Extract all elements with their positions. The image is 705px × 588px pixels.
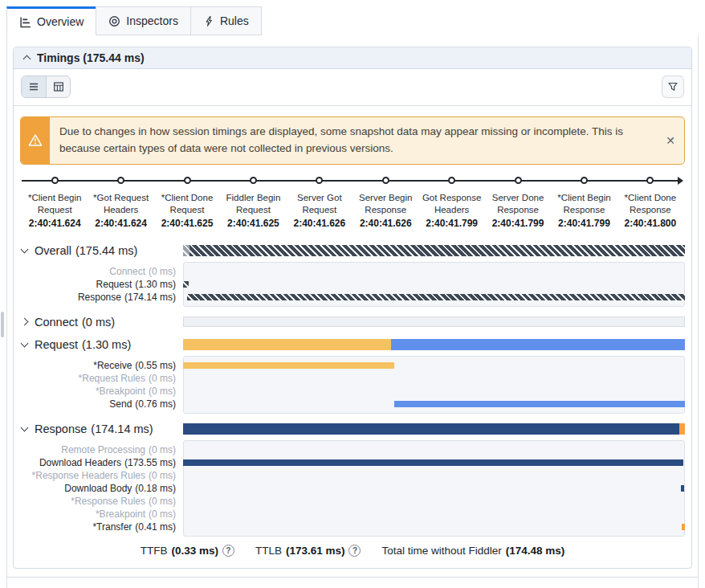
milestone-label: Server Begin Response2:40:41.626	[352, 192, 418, 229]
timing-row-name: Response	[78, 292, 121, 303]
timing-row-label: Remote Processing(0 ms)	[20, 444, 183, 455]
timings-toolbar	[14, 69, 691, 106]
list-view-button[interactable]	[22, 76, 46, 97]
timing-row-duration: (174.14 ms)	[124, 292, 176, 303]
timings-card-header[interactable]: Timings (175.44 ms)	[14, 47, 691, 69]
timing-row-name: *Breakpoint	[96, 386, 145, 397]
milestone-dot	[117, 177, 124, 184]
footer-note: All timestamps and durations marked with…	[7, 577, 698, 588]
milestone-name: Fiddler Begin Request	[222, 192, 283, 216]
timing-row-label: *Breakpoint(0 ms)	[20, 508, 183, 520]
vertical-scrollbar-thumb[interactable]	[1, 312, 4, 337]
timing-row-bar	[183, 359, 685, 372]
timing-row: Download Body(0.18 ms)	[20, 482, 685, 495]
timing-row: *Request Rules(0 ms)	[20, 372, 685, 385]
milestone-label: Server Got Request2:40:41.626	[287, 192, 352, 229]
section-duration: (0 ms)	[82, 316, 115, 329]
timing-row: Send(0.76 ms)	[20, 398, 685, 410]
close-icon[interactable]: ✕	[657, 117, 684, 164]
timing-row-duration: (0.55 ms)	[135, 360, 176, 371]
milestone-time: 2:40:41.799	[553, 218, 614, 229]
milestone-label: *Client Begin Response2:40:41.799	[551, 192, 617, 229]
milestone-time: 2:40:41.625	[157, 218, 218, 229]
collapse-chevron-icon	[23, 55, 31, 63]
timing-row-name: Connect	[109, 266, 145, 277]
timing-row-duration: (0.76 ms)	[135, 398, 176, 410]
stat-label: TTFB	[141, 545, 168, 557]
timing-bar-segment	[183, 362, 394, 369]
timing-bar-segment	[187, 294, 685, 300]
milestone-dot	[646, 177, 654, 184]
milestone-dot	[184, 177, 191, 184]
timing-row-bar	[183, 469, 685, 482]
timing-row-bar	[183, 385, 685, 398]
stat-ttlb: TTLB (173.61 ms) ?	[255, 545, 361, 557]
timing-row-label: *Breakpoint(0 ms)	[20, 386, 183, 397]
timing-row-label: *Transfer(0.41 ms)	[20, 521, 183, 533]
timing-row: Download Headers(173.55 ms)	[20, 456, 685, 469]
section-toggle[interactable]: Overall(175.44 ms)	[20, 244, 183, 257]
help-icon[interactable]: ?	[222, 545, 234, 557]
section-name: Connect	[35, 316, 78, 329]
milestone-name: *Client Begin Response	[553, 192, 614, 216]
section-header: Connect(0 ms)	[20, 315, 685, 329]
milestone-label: Server Done Response2:40:41.799	[485, 192, 551, 229]
tab-overview[interactable]: Overview	[6, 6, 96, 35]
timing-bar-segment	[183, 423, 679, 435]
timing-row-duration: (0.18 ms)	[135, 483, 176, 494]
section-bar	[183, 339, 685, 350]
milestone-label: *Got Request Headers2:40:41.624	[88, 192, 153, 229]
timing-row-bar	[183, 482, 685, 495]
timing-bar-segment	[391, 339, 685, 350]
section-duration: (175.44 ms)	[75, 244, 137, 257]
timing-section-connect: Connect(0 ms)	[20, 315, 685, 329]
milestone-name: Server Begin Response	[355, 192, 416, 216]
inspectors-icon	[108, 15, 120, 27]
stat-value: (173.61 ms)	[286, 545, 345, 557]
milestone-time: 2:40:41.624	[24, 218, 85, 229]
section-header: Request(1.30 ms)	[20, 337, 685, 352]
tab-rules[interactable]: Rules	[190, 6, 262, 35]
timing-bar-segment	[183, 245, 189, 256]
timing-bar-segment	[682, 524, 685, 530]
milestone-dot	[515, 177, 522, 184]
section-toggle[interactable]: Response(174.14 ms)	[20, 423, 183, 435]
timing-row: Remote Processing(0 ms)	[20, 443, 685, 456]
timing-row-bar	[183, 372, 685, 385]
tab-label: Inspectors	[126, 14, 178, 27]
tab-inspectors[interactable]: Inspectors	[96, 6, 191, 35]
timing-sections: Overall(175.44 ms)Connect(0 ms)Request(1…	[20, 243, 685, 537]
milestone-label: Fiddler Begin Request2:40:41.625	[220, 192, 286, 229]
section-header: Response(174.14 ms)	[20, 422, 685, 436]
help-icon[interactable]: ?	[348, 545, 361, 557]
timing-bar-segment	[681, 485, 684, 492]
timing-row-name: Remote Processing	[61, 444, 145, 455]
timing-row: Response(174.14 ms)	[20, 291, 685, 304]
stat-value: (174.48 ms)	[506, 545, 565, 557]
timeline-track	[22, 175, 683, 186]
timing-row-label: *Request Rules(0 ms)	[20, 373, 183, 384]
milestone-time: 2:40:41.626	[355, 218, 416, 229]
filter-button[interactable]	[662, 76, 684, 98]
section-detail-panel: Connect(0 ms)Request(1.30 ms)Response(17…	[20, 262, 685, 307]
timing-row-name: *Transfer	[92, 521, 132, 533]
timing-bar-segment	[183, 339, 391, 350]
timing-row-bar	[183, 291, 685, 304]
warning-text: Due to changes in how session timings ar…	[50, 117, 657, 164]
timing-bar-segment	[189, 245, 686, 256]
timing-row-name: Download Body	[64, 483, 132, 494]
section-toggle[interactable]: Connect(0 ms)	[20, 316, 183, 329]
section-duration: (174.14 ms)	[91, 423, 153, 435]
timing-row-bar	[183, 495, 685, 508]
overview-chart-icon	[19, 16, 31, 28]
tab-label: Overview	[37, 15, 84, 28]
view-mode-toggle	[21, 76, 71, 98]
milestone-time: 2:40:41.800	[620, 218, 681, 229]
milestone-time: 2:40:41.626	[289, 218, 350, 229]
timing-section-request: Request(1.30 ms)*Receive(0.55 ms)*Reques…	[20, 337, 685, 414]
milestone-time: 2:40:41.799	[421, 218, 482, 229]
table-view-button[interactable]	[46, 76, 70, 97]
section-toggle[interactable]: Request(1.30 ms)	[20, 338, 183, 351]
table-view-icon	[53, 81, 64, 92]
section-name: Request	[35, 338, 78, 351]
